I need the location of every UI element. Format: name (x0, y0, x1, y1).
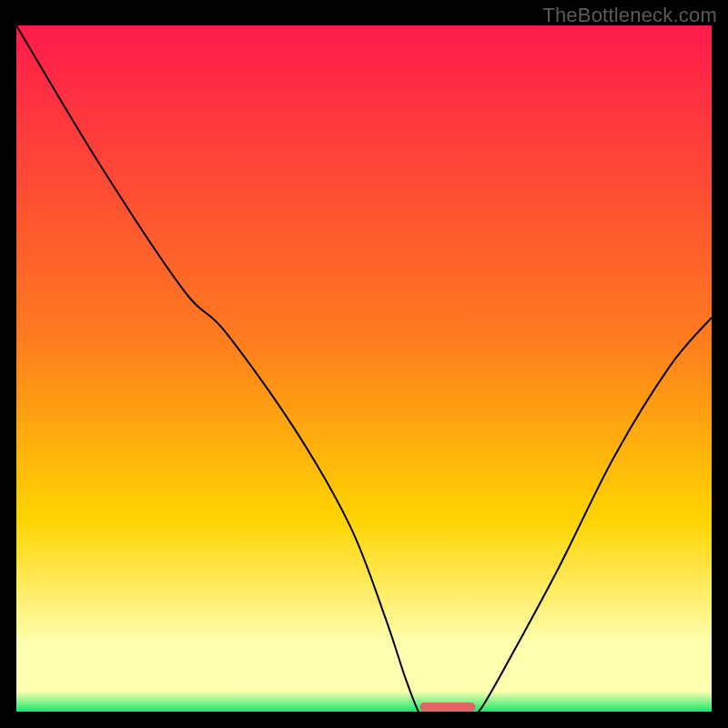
plot-area (16, 25, 712, 712)
curve-path (16, 25, 712, 712)
optimal-marker (420, 703, 475, 712)
bottleneck-curve (16, 25, 712, 712)
watermark-text: TheBottleneck.com (542, 4, 717, 27)
chart-frame: TheBottleneck.com (0, 0, 728, 728)
